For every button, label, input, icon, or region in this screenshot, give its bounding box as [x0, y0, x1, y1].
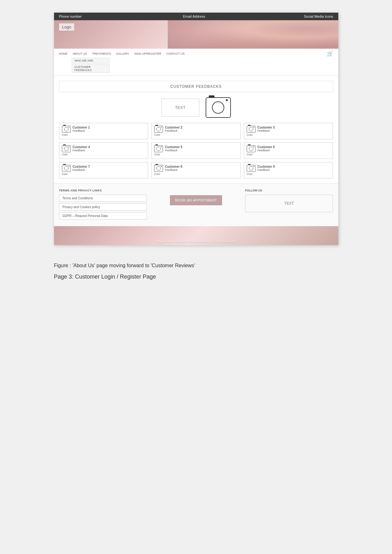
customer-card-7: Customer 7 Feedback Date — [59, 162, 148, 178]
book-col: BOOK AN APPOITMENT — [152, 189, 240, 205]
follow-text-box: TEXT — [245, 195, 333, 212]
customer-4-name: Customer 4 — [73, 145, 90, 149]
customer-5-info: Customer 5 Feedback — [165, 145, 182, 152]
camera-icon-6 — [247, 145, 256, 152]
customer-1-name: Customer 1 — [73, 126, 90, 129]
customer-2-name: Customer 2 — [165, 126, 182, 129]
customer-grid: Customer 1 Feedback Date Customer 2 Feed… — [59, 123, 333, 178]
nav-who-we-are[interactable]: WHO WE ARE — [72, 58, 110, 63]
feature-area: TEXT — [59, 97, 333, 118]
customer-6-info: Customer 6 Feedback — [257, 145, 275, 152]
customer-1-date: Date — [62, 133, 146, 136]
nav-gallery[interactable]: GALLERY — [116, 52, 129, 55]
customer-9-info: Customer 9 Feedback — [257, 165, 275, 172]
customer-card-4: Customer 4 Feedback Date — [59, 142, 148, 159]
customer-7-date: Date — [62, 172, 146, 176]
customer-1-info: Customer 1 Feedback — [73, 126, 90, 132]
email-label: Email Address — [183, 15, 205, 18]
privacy-cookies-btn[interactable]: Privacy and Cookies policy — [59, 203, 147, 211]
social-media-label: Social Media Icons — [304, 15, 333, 18]
page-footer: Page footer © Copyright 2019 Nina Beauty… — [54, 226, 338, 245]
customer-card-6: Customer 6 Feedback Date — [244, 142, 333, 159]
footer-copyright: Page footer © Copyright 2019 Nina Beauty… — [157, 240, 235, 243]
page-container: Phone number Email Address Social Media … — [54, 13, 338, 245]
customer-2-feedback: Feedback — [165, 129, 182, 132]
camera-icon-2 — [154, 126, 163, 133]
footer-section: TERMS AND PRIVACY LINKS Terms and Condit… — [54, 184, 338, 226]
customer-4-date: Date — [62, 153, 146, 156]
customer-card-2: Customer 2 Feedback Date — [151, 123, 241, 139]
customer-7-info: Customer 7 Feedback — [73, 165, 90, 172]
customer-5-name: Customer 5 — [165, 145, 182, 149]
customer-4-feedback: Feedback — [73, 149, 90, 152]
terms-conditions-btn[interactable]: Terms and Conditions — [59, 195, 147, 202]
nav-home[interactable]: HOME — [59, 52, 68, 55]
terms-heading: TERMS AND PRIVACY LINKS — [59, 189, 147, 192]
customer-4-info: Customer 4 Feedback — [73, 145, 90, 152]
customer-card-3: Customer 3 Feedback Date — [244, 123, 333, 139]
camera-icon-8 — [154, 165, 163, 172]
feature-text-box: TEXT — [161, 99, 199, 117]
customer-3-name: Customer 3 — [257, 126, 275, 129]
camera-icon-7 — [62, 165, 71, 172]
nav: HOME ABOUT US TREATMENTS GALLERY SIGN UP… — [54, 49, 338, 76]
customer-8-feedback: Feedback — [165, 168, 182, 172]
nav-dropdown: WHO WE ARE CUSTOMER FEEDBACKS — [72, 58, 333, 74]
customer-card-3-header: Customer 3 Feedback — [247, 126, 330, 133]
customer-9-name: Customer 9 — [257, 165, 275, 168]
customer-1-feedback: Feedback — [73, 129, 90, 132]
customer-8-name: Customer 8 — [165, 165, 182, 168]
section-title: CUSTOMER FEEDBACKS — [59, 81, 333, 92]
customer-2-info: Customer 2 Feedback — [165, 126, 182, 132]
customer-card-2-header: Customer 2 Feedback — [154, 126, 238, 133]
nav-treatments[interactable]: TREATMENTS — [92, 52, 111, 55]
customer-8-info: Customer 8 Feedback — [165, 165, 182, 172]
customer-card-1-header: Customer 1 Feedback — [62, 126, 146, 133]
customer-7-name: Customer 7 — [73, 165, 90, 168]
header-flowers — [168, 20, 338, 49]
nav-contact[interactable]: CONTACT US — [166, 52, 185, 55]
nav-top: HOME ABOUT US TREATMENTS GALLERY SIGN UP… — [59, 51, 333, 57]
camera-icon-3 — [247, 126, 256, 133]
page-heading: Page 3: Customer Login / Register Page — [54, 274, 338, 280]
top-bar: Phone number Email Address Social Media … — [54, 13, 338, 20]
customer-card-7-header: Customer 7 Feedback — [62, 165, 146, 172]
customer-2-date: Date — [154, 133, 238, 136]
customer-card-6-header: Customer 6 Feedback — [247, 145, 330, 152]
phone-email-label: Phone number — [59, 15, 82, 18]
customer-5-date: Date — [154, 153, 238, 156]
logo: Logo — [59, 23, 75, 31]
camera-icon-5 — [154, 145, 163, 152]
customer-6-date: Date — [247, 153, 330, 156]
customer-card-4-header: Customer 4 Feedback — [62, 145, 146, 152]
camera-icon-large — [206, 97, 231, 118]
customer-card-8-header: Customer 8 Feedback — [154, 165, 238, 172]
customer-card-5: Customer 5 Feedback Date — [151, 142, 241, 159]
customer-card-9: Customer 9 Feedback Date — [244, 162, 333, 178]
book-appointment-btn[interactable]: BOOK AN APPOITMENT — [170, 195, 222, 205]
nav-signup[interactable]: SIGN UP/REGISTER — [134, 52, 161, 55]
nav-about[interactable]: ABOUT US — [73, 52, 87, 55]
camera-icon-1 — [62, 126, 71, 133]
terms-col: TERMS AND PRIVACY LINKS Terms and Condit… — [59, 189, 147, 221]
customer-6-name: Customer 6 — [257, 145, 275, 149]
customer-9-feedback: Feedback — [257, 168, 275, 172]
follow-heading: Follow Us — [245, 189, 333, 192]
customer-card-5-header: Customer 5 Feedback — [154, 145, 238, 152]
customer-3-date: Date — [247, 133, 330, 136]
follow-us-col: Follow Us TEXT — [245, 189, 333, 212]
customer-7-feedback: Feedback — [73, 168, 90, 172]
gdpr-btn[interactable]: GDPR – Request Personal Data — [59, 212, 147, 220]
camera-dot — [226, 99, 228, 101]
customer-card-8: Customer 8 Feedback Date — [151, 162, 241, 178]
customer-5-feedback: Feedback — [165, 149, 182, 152]
header: Logo — [54, 20, 338, 49]
customer-6-feedback: Feedback — [257, 149, 275, 152]
customer-card-9-header: Customer 9 Feedback — [247, 165, 330, 172]
customer-8-date: Date — [154, 172, 238, 176]
caption-area: Figure : 'About Us' page moving forward … — [54, 263, 338, 280]
cart-icon[interactable]: 🛒 — [327, 51, 333, 57]
nav-customer-feedbacks[interactable]: CUSTOMER FEEDBACKS — [72, 64, 110, 73]
customer-9-date: Date — [247, 172, 330, 176]
camera-icon-4 — [62, 145, 71, 152]
